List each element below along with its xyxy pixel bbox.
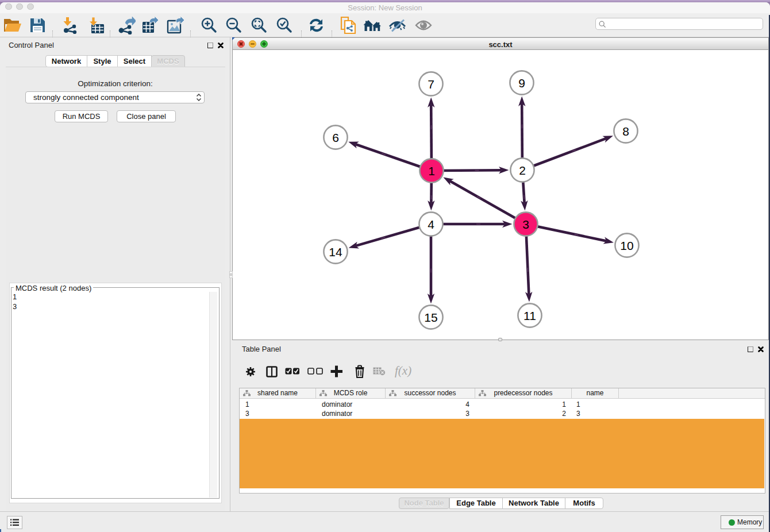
svg-text:7: 7 <box>428 78 434 91</box>
svg-text:15: 15 <box>424 311 437 324</box>
svg-text:3: 3 <box>522 218 529 231</box>
svg-text:2: 2 <box>519 164 526 177</box>
svg-text:6: 6 <box>332 131 339 144</box>
svg-text:1: 1 <box>428 164 435 178</box>
svg-text:14: 14 <box>329 245 342 259</box>
svg-text:11: 11 <box>523 309 536 322</box>
svg-text:4: 4 <box>428 218 434 231</box>
svg-text:9: 9 <box>518 76 525 90</box>
svg-text:8: 8 <box>622 125 629 138</box>
svg-text:10: 10 <box>620 239 633 252</box>
